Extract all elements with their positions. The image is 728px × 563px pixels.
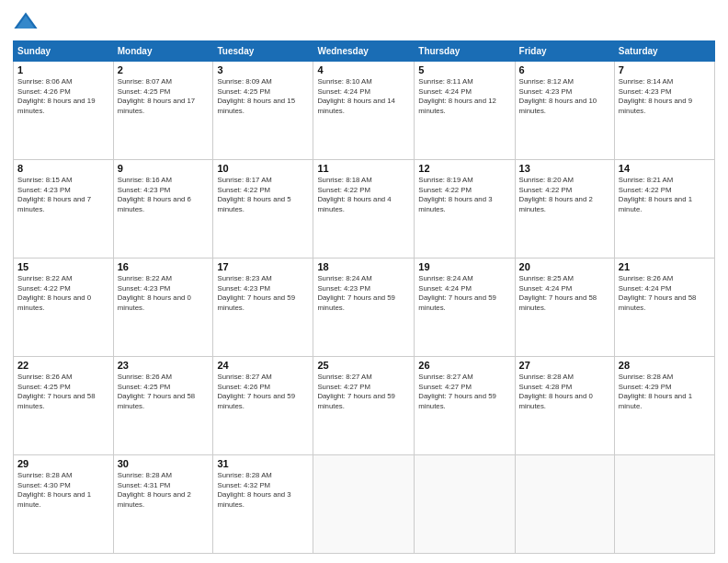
day-cell xyxy=(515,455,614,554)
day-number: 18 xyxy=(317,261,410,272)
day-number: 11 xyxy=(317,163,410,174)
day-cell: 21Sunrise: 8:26 AMSunset: 4:24 PMDayligh… xyxy=(614,259,714,357)
day-cell: 7Sunrise: 8:14 AMSunset: 4:23 PMDaylight… xyxy=(614,62,714,160)
day-cell: 14Sunrise: 8:21 AMSunset: 4:22 PMDayligh… xyxy=(614,160,714,259)
day-info: Sunrise: 8:09 AMSunset: 4:25 PMDaylight:… xyxy=(217,77,309,116)
day-cell: 6Sunrise: 8:12 AMSunset: 4:23 PMDaylight… xyxy=(515,62,614,160)
weekday-saturday: Saturday xyxy=(614,41,714,62)
day-number: 6 xyxy=(519,64,610,75)
day-number: 29 xyxy=(17,458,109,469)
day-info: Sunrise: 8:10 AMSunset: 4:24 PMDaylight:… xyxy=(317,77,410,116)
day-info: Sunrise: 8:22 AMSunset: 4:23 PMDaylight:… xyxy=(118,274,210,313)
day-cell: 29Sunrise: 8:28 AMSunset: 4:30 PMDayligh… xyxy=(14,455,114,554)
day-number: 10 xyxy=(217,163,309,174)
day-number: 17 xyxy=(217,261,309,272)
day-info: Sunrise: 8:20 AMSunset: 4:22 PMDaylight:… xyxy=(519,176,610,214)
day-info: Sunrise: 8:27 AMSunset: 4:26 PMDaylight:… xyxy=(217,373,309,411)
day-info: Sunrise: 8:23 AMSunset: 4:23 PMDaylight:… xyxy=(217,274,309,313)
day-info: Sunrise: 8:28 AMSunset: 4:32 PMDaylight:… xyxy=(217,471,309,510)
day-info: Sunrise: 8:11 AMSunset: 4:24 PMDaylight:… xyxy=(418,77,510,116)
day-info: Sunrise: 8:12 AMSunset: 4:23 PMDaylight:… xyxy=(519,77,610,116)
day-cell: 31Sunrise: 8:28 AMSunset: 4:32 PMDayligh… xyxy=(213,455,313,554)
day-cell: 1Sunrise: 8:06 AMSunset: 4:26 PMDaylight… xyxy=(14,62,114,160)
day-cell: 18Sunrise: 8:24 AMSunset: 4:23 PMDayligh… xyxy=(313,259,415,357)
day-number: 30 xyxy=(118,458,210,469)
day-number: 21 xyxy=(619,261,711,272)
day-number: 26 xyxy=(418,360,510,371)
calendar-table: SundayMondayTuesdayWednesdayThursdayFrid… xyxy=(13,40,715,554)
page: SundayMondayTuesdayWednesdayThursdayFrid… xyxy=(0,0,728,563)
day-cell: 4Sunrise: 8:10 AMSunset: 4:24 PMDaylight… xyxy=(313,62,415,160)
day-cell: 17Sunrise: 8:23 AMSunset: 4:23 PMDayligh… xyxy=(213,259,313,357)
weekday-wednesday: Wednesday xyxy=(313,41,415,62)
day-cell: 28Sunrise: 8:28 AMSunset: 4:29 PMDayligh… xyxy=(614,357,714,455)
day-cell: 19Sunrise: 8:24 AMSunset: 4:24 PMDayligh… xyxy=(415,259,515,357)
day-number: 12 xyxy=(418,163,510,174)
day-info: Sunrise: 8:19 AMSunset: 4:22 PMDaylight:… xyxy=(418,176,510,214)
day-cell: 13Sunrise: 8:20 AMSunset: 4:22 PMDayligh… xyxy=(515,160,614,259)
day-info: Sunrise: 8:25 AMSunset: 4:24 PMDaylight:… xyxy=(519,274,610,313)
week-row-3: 15Sunrise: 8:22 AMSunset: 4:22 PMDayligh… xyxy=(14,259,715,357)
weekday-thursday: Thursday xyxy=(415,41,515,62)
weekday-sunday: Sunday xyxy=(14,41,114,62)
day-cell: 25Sunrise: 8:27 AMSunset: 4:27 PMDayligh… xyxy=(313,357,415,455)
day-number: 8 xyxy=(17,163,109,174)
day-cell: 11Sunrise: 8:18 AMSunset: 4:22 PMDayligh… xyxy=(313,160,415,259)
day-number: 13 xyxy=(519,163,610,174)
day-number: 5 xyxy=(418,64,510,75)
day-info: Sunrise: 8:26 AMSunset: 4:24 PMDaylight:… xyxy=(619,274,711,313)
calendar-body: 1Sunrise: 8:06 AMSunset: 4:26 PMDaylight… xyxy=(14,62,715,554)
logo-icon xyxy=(13,9,39,35)
day-cell: 22Sunrise: 8:26 AMSunset: 4:25 PMDayligh… xyxy=(14,357,114,455)
day-info: Sunrise: 8:27 AMSunset: 4:27 PMDaylight:… xyxy=(317,373,410,411)
logo xyxy=(13,9,42,35)
day-number: 2 xyxy=(118,64,210,75)
weekday-tuesday: Tuesday xyxy=(213,41,313,62)
calendar-header: SundayMondayTuesdayWednesdayThursdayFrid… xyxy=(14,41,715,62)
day-cell: 8Sunrise: 8:15 AMSunset: 4:23 PMDaylight… xyxy=(14,160,114,259)
day-number: 22 xyxy=(17,360,109,371)
day-cell: 26Sunrise: 8:27 AMSunset: 4:27 PMDayligh… xyxy=(415,357,515,455)
day-info: Sunrise: 8:21 AMSunset: 4:22 PMDaylight:… xyxy=(619,176,711,214)
day-cell: 27Sunrise: 8:28 AMSunset: 4:28 PMDayligh… xyxy=(515,357,614,455)
day-number: 20 xyxy=(519,261,610,272)
day-cell: 2Sunrise: 8:07 AMSunset: 4:25 PMDaylight… xyxy=(113,62,213,160)
day-info: Sunrise: 8:16 AMSunset: 4:23 PMDaylight:… xyxy=(118,176,210,214)
day-info: Sunrise: 8:27 AMSunset: 4:27 PMDaylight:… xyxy=(418,373,510,411)
weekday-friday: Friday xyxy=(515,41,614,62)
weekday-monday: Monday xyxy=(113,41,213,62)
day-number: 31 xyxy=(217,458,309,469)
day-number: 14 xyxy=(619,163,711,174)
day-cell: 15Sunrise: 8:22 AMSunset: 4:22 PMDayligh… xyxy=(14,259,114,357)
day-cell: 5Sunrise: 8:11 AMSunset: 4:24 PMDaylight… xyxy=(415,62,515,160)
day-number: 25 xyxy=(317,360,410,371)
day-number: 24 xyxy=(217,360,309,371)
weekday-header-row: SundayMondayTuesdayWednesdayThursdayFrid… xyxy=(14,41,715,62)
day-cell: 9Sunrise: 8:16 AMSunset: 4:23 PMDaylight… xyxy=(113,160,213,259)
day-number: 16 xyxy=(118,261,210,272)
day-info: Sunrise: 8:26 AMSunset: 4:25 PMDaylight:… xyxy=(118,373,210,411)
day-info: Sunrise: 8:07 AMSunset: 4:25 PMDaylight:… xyxy=(118,77,210,116)
day-info: Sunrise: 8:15 AMSunset: 4:23 PMDaylight:… xyxy=(17,176,109,214)
day-number: 9 xyxy=(118,163,210,174)
day-info: Sunrise: 8:28 AMSunset: 4:30 PMDaylight:… xyxy=(17,471,109,510)
week-row-5: 29Sunrise: 8:28 AMSunset: 4:30 PMDayligh… xyxy=(14,455,715,554)
day-number: 19 xyxy=(418,261,510,272)
day-info: Sunrise: 8:17 AMSunset: 4:22 PMDaylight:… xyxy=(217,176,309,214)
week-row-4: 22Sunrise: 8:26 AMSunset: 4:25 PMDayligh… xyxy=(14,357,715,455)
header xyxy=(13,9,715,35)
day-cell: 12Sunrise: 8:19 AMSunset: 4:22 PMDayligh… xyxy=(415,160,515,259)
day-info: Sunrise: 8:26 AMSunset: 4:25 PMDaylight:… xyxy=(17,373,109,411)
day-cell: 10Sunrise: 8:17 AMSunset: 4:22 PMDayligh… xyxy=(213,160,313,259)
day-number: 1 xyxy=(17,64,109,75)
day-cell: 23Sunrise: 8:26 AMSunset: 4:25 PMDayligh… xyxy=(113,357,213,455)
day-info: Sunrise: 8:28 AMSunset: 4:29 PMDaylight:… xyxy=(619,373,711,411)
day-number: 28 xyxy=(619,360,711,371)
day-number: 23 xyxy=(118,360,210,371)
day-info: Sunrise: 8:28 AMSunset: 4:31 PMDaylight:… xyxy=(118,471,210,510)
day-cell: 3Sunrise: 8:09 AMSunset: 4:25 PMDaylight… xyxy=(213,62,313,160)
day-cell: 16Sunrise: 8:22 AMSunset: 4:23 PMDayligh… xyxy=(113,259,213,357)
day-cell: 24Sunrise: 8:27 AMSunset: 4:26 PMDayligh… xyxy=(213,357,313,455)
day-cell xyxy=(415,455,515,554)
day-info: Sunrise: 8:06 AMSunset: 4:26 PMDaylight:… xyxy=(17,77,109,116)
